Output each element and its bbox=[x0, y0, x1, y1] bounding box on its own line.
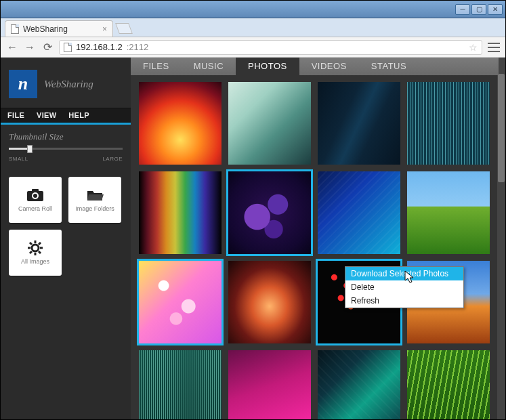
image-folders-button[interactable]: Image Folders bbox=[68, 177, 121, 223]
menu-view[interactable]: VIEW bbox=[37, 111, 56, 119]
camera-icon bbox=[26, 188, 44, 203]
tab-videos[interactable]: VIDEOS bbox=[299, 58, 359, 75]
photo-grid-area bbox=[131, 58, 505, 419]
svg-point-3 bbox=[33, 194, 37, 198]
gear-icon bbox=[26, 240, 44, 255]
os-titlebar: ─ ▢ ✕ bbox=[1, 1, 505, 18]
svg-rect-1 bbox=[32, 189, 39, 192]
photo-thumbnail[interactable] bbox=[228, 261, 311, 343]
svg-line-10 bbox=[39, 251, 41, 253]
slider-max-label: LARGE bbox=[102, 156, 123, 162]
browser-navbar: ← → ⟳ 192.168.1.2:2112 ☆ bbox=[1, 37, 505, 58]
photo-thumbnail[interactable] bbox=[228, 350, 311, 419]
menu-help[interactable]: HELP bbox=[68, 111, 89, 119]
new-tab-button[interactable] bbox=[115, 23, 133, 34]
folder-icon bbox=[86, 188, 104, 203]
tab-files[interactable]: FILES bbox=[131, 58, 182, 75]
nav-forward-button[interactable]: → bbox=[24, 41, 36, 54]
photo-thumbnail[interactable] bbox=[318, 171, 400, 254]
photo-thumbnail[interactable] bbox=[139, 82, 222, 165]
photo-thumbnail[interactable] bbox=[407, 350, 490, 419]
vertical-scrollbar[interactable] bbox=[497, 58, 505, 419]
menu-file[interactable]: FILE bbox=[7, 111, 24, 119]
window-close-button[interactable]: ✕ bbox=[488, 4, 503, 15]
photo-thumbnail[interactable] bbox=[318, 350, 400, 419]
sidebar: n WebSharing FILE VIEW HELP Thumbnail Si… bbox=[1, 58, 131, 419]
camera-roll-button[interactable]: Camera Roll bbox=[9, 177, 62, 223]
main-tabbar: FILES MUSIC PHOTOS VIDEOS STATUS bbox=[131, 58, 499, 75]
context-menu-delete[interactable]: Delete bbox=[345, 280, 463, 294]
svg-point-4 bbox=[32, 245, 39, 251]
app-menubar: FILE VIEW HELP bbox=[1, 108, 131, 123]
url-input[interactable]: 192.168.1.2:2112 ☆ bbox=[59, 40, 482, 55]
svg-line-11 bbox=[39, 243, 41, 245]
context-menu-download[interactable]: Download Selected Photos bbox=[345, 267, 463, 280]
photo-grid bbox=[139, 82, 497, 419]
context-menu: Download Selected Photos Delete Refresh bbox=[345, 266, 464, 308]
photo-thumbnail[interactable] bbox=[139, 350, 222, 419]
photo-thumbnail[interactable] bbox=[318, 82, 400, 165]
url-port: :2112 bbox=[127, 42, 149, 52]
all-images-button[interactable]: All Images bbox=[9, 230, 62, 276]
page-icon bbox=[11, 24, 19, 34]
window-maximize-button[interactable]: ▢ bbox=[471, 4, 486, 15]
slider-min-label: SMALL bbox=[9, 156, 28, 162]
context-menu-refresh[interactable]: Refresh bbox=[345, 294, 463, 308]
browser-tab[interactable]: WebSharing × bbox=[5, 20, 113, 37]
browser-tab-title: WebSharing bbox=[23, 24, 68, 34]
tab-close-icon[interactable]: × bbox=[102, 24, 107, 34]
svg-line-12 bbox=[30, 251, 32, 253]
page-icon bbox=[64, 43, 72, 52]
photo-thumbnail[interactable] bbox=[139, 171, 222, 254]
brand: n WebSharing bbox=[1, 58, 131, 108]
svg-line-9 bbox=[30, 243, 32, 245]
camera-roll-label: Camera Roll bbox=[18, 205, 52, 212]
tab-photos[interactable]: PHOTOS bbox=[236, 58, 299, 75]
photo-thumbnail[interactable] bbox=[228, 82, 311, 165]
browser-tabbar: WebSharing × bbox=[1, 18, 505, 37]
all-images-label: All Images bbox=[21, 258, 49, 265]
browser-menu-button[interactable] bbox=[488, 43, 500, 52]
thumbnail-size-slider[interactable] bbox=[9, 144, 123, 154]
bookmark-star-icon[interactable]: ☆ bbox=[469, 42, 478, 53]
nav-back-button[interactable]: ← bbox=[6, 41, 18, 54]
photo-thumbnail[interactable] bbox=[407, 82, 490, 165]
nav-reload-button[interactable]: ⟳ bbox=[41, 41, 54, 54]
photo-thumbnail[interactable] bbox=[407, 171, 490, 254]
app-name: WebSharing bbox=[44, 79, 93, 90]
app-root: FILES MUSIC PHOTOS VIDEOS STATUS n WebSh… bbox=[1, 58, 505, 419]
tab-status[interactable]: STATUS bbox=[359, 58, 419, 75]
thumbnail-size-label: Thumbnail Size bbox=[9, 131, 123, 142]
tab-music[interactable]: MUSIC bbox=[182, 58, 236, 75]
image-folders-label: Image Folders bbox=[75, 205, 114, 212]
photo-thumbnail[interactable] bbox=[228, 171, 311, 254]
browser-window: ─ ▢ ✕ WebSharing × ← → ⟳ 192.168.1.2:211… bbox=[0, 0, 506, 420]
photo-thumbnail[interactable] bbox=[139, 261, 222, 343]
url-host: 192.168.1.2 bbox=[76, 42, 123, 52]
window-minimize-button[interactable]: ─ bbox=[455, 4, 470, 15]
app-logo: n bbox=[9, 70, 37, 98]
